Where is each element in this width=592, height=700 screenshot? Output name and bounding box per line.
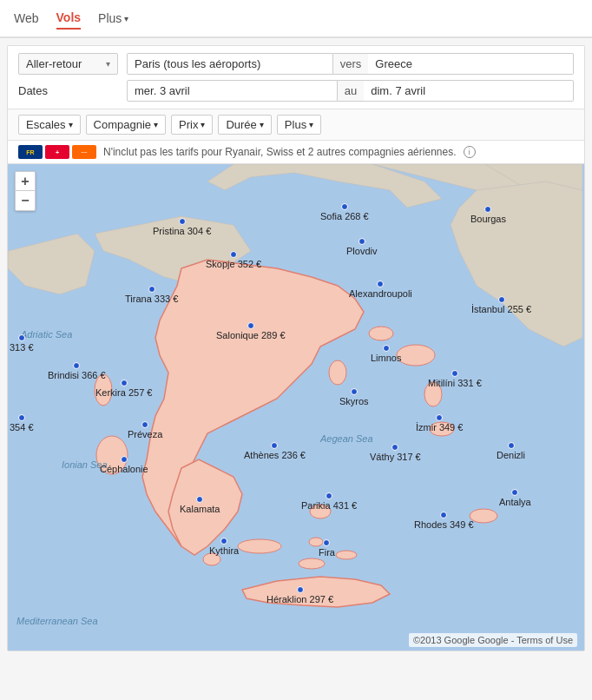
- price-marker-cephalonie[interactable]: Céphalonie: [100, 456, 148, 474]
- price-marker-bourgas[interactable]: Bourgas: [470, 206, 506, 224]
- filter-compagnie[interactable]: Compagnie ▾: [86, 115, 167, 135]
- price-marker-limnos[interactable]: Limnos: [371, 345, 401, 363]
- filter-plus[interactable]: Plus ▾: [277, 115, 321, 135]
- price-marker-tirana[interactable]: Tirana 333 €: [125, 286, 178, 304]
- filter-duree[interactable]: Durée ▾: [218, 115, 271, 135]
- prix-chevron-icon: ▾: [201, 120, 205, 129]
- search-form: Aller-retour ▾ vers Dates au: [8, 46, 584, 109]
- map-zoom-controls: + −: [15, 171, 36, 211]
- price-marker-preveza[interactable]: Préveza: [128, 421, 162, 439]
- duree-chevron-icon: ▾: [260, 120, 264, 129]
- filter-prix[interactable]: Prix ▾: [171, 115, 213, 135]
- depart-date-input[interactable]: [127, 80, 338, 102]
- price-marker-salonique[interactable]: Salonique 289 €: [216, 322, 286, 340]
- airline-logos: FR + ~~: [18, 145, 96, 159]
- price-marker-kythira[interactable]: Kythira: [209, 538, 239, 556]
- price-marker-kalamata[interactable]: Kalamata: [180, 496, 220, 514]
- main-container: Aller-retour ▾ vers Dates au Escales ▾ C…: [7, 45, 585, 651]
- price-marker-istanbul[interactable]: İstanbul 255 €: [471, 296, 531, 314]
- price-marker-left1[interactable]: 313 €: [10, 334, 34, 353]
- price-marker-kerkira[interactable]: Kerkira 257 €: [95, 380, 152, 398]
- ryanair-logo: FR: [18, 145, 43, 159]
- return-date-input[interactable]: [364, 80, 574, 102]
- vers-label: vers: [333, 53, 369, 75]
- chevron-down-icon: ▾: [124, 14, 128, 23]
- price-marker-antalya[interactable]: Antalya: [499, 489, 531, 507]
- notice-bar: FR + ~~ N'inclut pas les tarifs pour Rya…: [8, 141, 584, 164]
- au-label: au: [338, 80, 364, 102]
- price-markers: Pristina 304 € Sofia 268 € Bourgas Plovd…: [8, 164, 584, 650]
- price-marker-pristina[interactable]: Pristina 304 €: [153, 218, 211, 236]
- price-marker-izmir[interactable]: İzmir 349 €: [416, 414, 463, 433]
- compagnie-chevron-icon: ▾: [154, 120, 158, 129]
- price-marker-parikia[interactable]: Parikia 431 €: [301, 492, 357, 511]
- escales-chevron-icon: ▾: [69, 120, 73, 129]
- plus-chevron-icon: ▾: [309, 120, 313, 129]
- price-marker-sofia[interactable]: Sofia 268 €: [320, 203, 369, 221]
- map-container: Adriatic Sea Ionian Sea Aegean Sea Medit…: [8, 164, 584, 650]
- trip-type-select[interactable]: Aller-retour ▾: [18, 53, 118, 75]
- map-copyright: ©2013 Google Google - Terms of Use: [409, 633, 577, 647]
- dates-label: Dates: [18, 81, 118, 101]
- other-logo: ~~: [72, 145, 96, 159]
- filter-bar: Escales ▾ Compagnie ▾ Prix ▾ Durée ▾ Plu…: [8, 109, 584, 141]
- swiss-logo: +: [45, 145, 69, 159]
- zoom-out-button[interactable]: −: [16, 191, 35, 210]
- from-input[interactable]: [127, 53, 333, 75]
- filter-escales[interactable]: Escales ▾: [18, 115, 81, 135]
- top-nav: Web Vols Plus ▾: [0, 0, 592, 38]
- nav-plus[interactable]: Plus ▾: [98, 8, 128, 29]
- dates-row: Dates au: [18, 80, 574, 102]
- terms-of-use-link[interactable]: Terms of Use: [516, 635, 573, 645]
- search-row-1: Aller-retour ▾ vers: [18, 53, 574, 75]
- price-marker-denizli[interactable]: Denizli: [497, 442, 525, 460]
- info-icon[interactable]: i: [464, 146, 476, 158]
- price-marker-rhodes[interactable]: Rhodes 349 €: [414, 512, 474, 530]
- price-marker-skopje[interactable]: Skopje 352 €: [206, 251, 261, 269]
- to-input[interactable]: [368, 53, 574, 75]
- price-marker-heraklion[interactable]: Héraklion 297 €: [266, 586, 333, 604]
- notice-text: N'inclut pas les tarifs pour Ryanair, Sw…: [103, 146, 457, 158]
- zoom-in-button[interactable]: +: [16, 172, 35, 191]
- price-marker-mitilini[interactable]: Mitilíni 331 €: [428, 370, 482, 388]
- price-marker-skyros[interactable]: Skyros: [339, 388, 369, 406]
- price-marker-vathy[interactable]: Váthy 317 €: [370, 444, 421, 462]
- price-marker-plovdiv[interactable]: Plovdiv: [346, 238, 377, 256]
- nav-vols[interactable]: Vols: [56, 7, 82, 30]
- price-marker-alexandroupoli[interactable]: Alexandroupoli: [349, 281, 412, 299]
- price-marker-athenes[interactable]: Athènes 236 €: [244, 442, 306, 460]
- nav-web[interactable]: Web: [14, 8, 39, 29]
- price-marker-fira[interactable]: Fira: [319, 539, 335, 558]
- trip-type-chevron: ▾: [106, 59, 110, 69]
- price-marker-left2[interactable]: 354 €: [10, 414, 34, 433]
- price-marker-brindisi[interactable]: Brindisi 366 €: [48, 362, 106, 380]
